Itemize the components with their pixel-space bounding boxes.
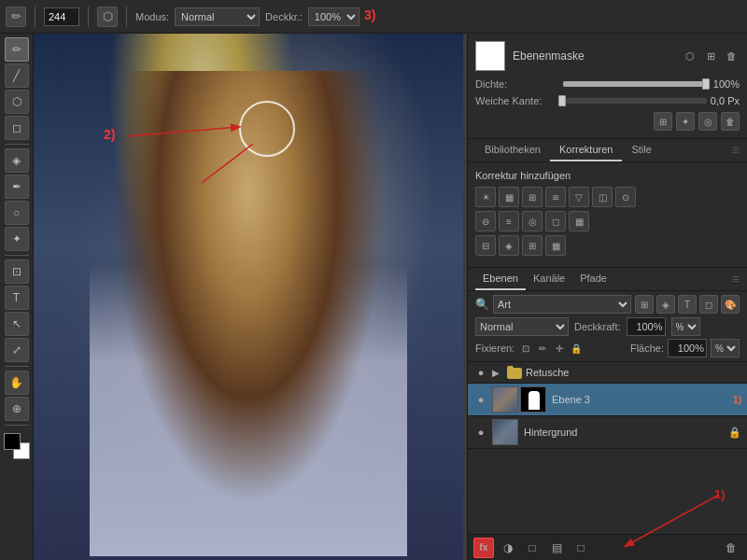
brush-size-input[interactable]: 244: [44, 7, 79, 26]
ebenen-controls: 🔍 Art ⊞ ◈ T ◻ 🎨 Normal Multip: [468, 291, 747, 362]
toolbar-separator3: [126, 7, 127, 27]
mask-settings-btn[interactable]: ⬡: [682, 48, 698, 64]
eraser-tool-btn[interactable]: ◻: [5, 116, 29, 140]
layer-row-ebene3[interactable]: ● Ebene 3 1): [468, 384, 747, 416]
layer-vis-ebene3[interactable]: ●: [473, 394, 488, 405]
korr-icon-hsl[interactable]: ⊙: [615, 187, 636, 207]
brush-tool-btn[interactable]: ✏: [5, 37, 29, 62]
tab-bibliotheken[interactable]: Bibliotheken: [475, 139, 550, 161]
deckkkraft-input[interactable]: 100%: [627, 317, 666, 336]
pencil-tool-btn[interactable]: ╱: [5, 63, 29, 88]
layer-mask-thumb-ebene3[interactable]: [520, 386, 546, 413]
dichte-thumb[interactable]: [702, 78, 710, 90]
korr-icon-photo[interactable]: ◎: [522, 211, 543, 231]
flache-input[interactable]: 100%: [668, 339, 707, 357]
filter-row: 🔍 Art ⊞ ◈ T ◻ 🎨: [475, 295, 740, 314]
zoom-tool-btn[interactable]: ⊕: [5, 397, 29, 421]
person-silhouette: [90, 71, 407, 556]
korr-icon-colorbalance[interactable]: ⊖: [475, 211, 496, 231]
mask-btn-3[interactable]: ◎: [698, 112, 717, 131]
layer-row-hintergrund[interactable]: ● Hintergrund 🔒: [468, 416, 747, 449]
korr-icon-brightness[interactable]: ☀: [475, 187, 496, 207]
mask-delete-btn[interactable]: 🗑: [723, 48, 740, 64]
deckkkraft-unit[interactable]: %: [671, 317, 700, 336]
korr-icons-row3: ⊟ ◈ ⊞ ▦: [475, 235, 740, 256]
tab-kanaele[interactable]: Kanäle: [526, 268, 572, 290]
right-panel: Ebenenmaske ⬡ ⊞ 🗑 Dichte: 100% Weiche Ka…: [467, 34, 747, 560]
korr-icon-gradient[interactable]: ▽: [569, 187, 589, 207]
fix-lock-paint[interactable]: ✏: [535, 341, 550, 356]
mask-link-btn[interactable]: ⊞: [702, 48, 719, 64]
text-tool-btn[interactable]: T: [5, 286, 29, 310]
mask-header: Ebenenmaske ⬡ ⊞ 🗑: [475, 41, 740, 71]
korr-icon-bw[interactable]: ≡: [499, 211, 519, 231]
dichte-slider[interactable]: [563, 81, 710, 87]
fixieren-label: Fixieren:: [475, 343, 514, 354]
pen-tool-btn[interactable]: ✒: [5, 175, 29, 199]
blend-mode-select[interactable]: Normal Multiplizieren: [475, 317, 569, 336]
korr-icon-selective[interactable]: ▦: [545, 235, 566, 256]
delete-layer-button[interactable]: 🗑: [721, 538, 741, 558]
group-button[interactable]: ▤: [546, 538, 567, 558]
tab-pfade[interactable]: Pfade: [572, 268, 614, 290]
new-layer-button[interactable]: □: [571, 538, 591, 558]
korr-icon-threshold[interactable]: ◈: [499, 235, 519, 256]
korr-icons-row1: ☀ ▦ ⊞ ≋ ▽ ◫ ⊙: [475, 187, 740, 207]
weiche-label: Weiche Kante:: [475, 95, 559, 106]
layer-group-retusche[interactable]: ● ▶ Retusche: [468, 362, 747, 384]
fix-lock-all[interactable]: 🔒: [569, 341, 584, 356]
hand-tool-btn[interactable]: ✋: [5, 371, 29, 395]
korr-icon-levels[interactable]: ▦: [499, 187, 519, 207]
mask-btn-1[interactable]: ⊞: [654, 112, 672, 131]
tab-korrekturen[interactable]: Korrekturen: [550, 139, 622, 161]
lasso-tool-btn[interactable]: ○: [5, 201, 29, 225]
filter-icon5[interactable]: 🎨: [721, 295, 740, 314]
mask-button[interactable]: □: [522, 538, 543, 558]
korr-icon-vibrance[interactable]: ◫: [592, 187, 613, 207]
select-tool-btn[interactable]: ↖: [5, 312, 29, 336]
weiche-thumb[interactable]: [558, 95, 566, 106]
ebenen-tab-menu[interactable]: ≡: [732, 272, 740, 287]
filter-icons: ⊞ ◈ T ◻ 🎨: [635, 295, 740, 314]
deckk-select[interactable]: 100% 50% 75%: [308, 7, 359, 26]
filter-icon1[interactable]: ⊞: [635, 295, 654, 314]
korr-title: Korrektur hinzufügen: [475, 170, 740, 181]
layer-vis-hintergrund[interactable]: ●: [473, 427, 488, 438]
panel-tab-close[interactable]: ≡: [732, 143, 740, 158]
layer-expand-retusche[interactable]: ▶: [492, 368, 505, 378]
layer-vis-retusche[interactable]: ●: [473, 367, 488, 378]
flache-unit[interactable]: %: [711, 339, 740, 357]
brush-icon[interactable]: ✏: [6, 7, 26, 27]
eye-tool-btn[interactable]: ◈: [5, 148, 29, 173]
mask-btn-row: ⊞ ✦ ◎ 🗑: [475, 112, 740, 131]
crop-tool-btn[interactable]: ⊡: [5, 259, 29, 284]
korr-icon-channel[interactable]: ◻: [545, 211, 566, 231]
tab-ebenen[interactable]: Ebenen: [475, 268, 526, 290]
filter-icon4[interactable]: ◻: [699, 295, 718, 314]
korr-icon-exposure[interactable]: ≋: [545, 187, 566, 207]
filter-select[interactable]: Art: [493, 295, 631, 314]
brush-hardness-icon[interactable]: ⬡: [97, 7, 118, 27]
weiche-slider[interactable]: [563, 98, 707, 104]
magic-wand-tool-btn[interactable]: ✦: [5, 227, 29, 251]
korr-icon-curves[interactable]: ⊞: [522, 187, 543, 207]
korr-icon-posterize[interactable]: ⊟: [475, 235, 496, 256]
color-swatches[interactable]: [4, 433, 30, 459]
transform-tool-btn[interactable]: ⤢: [5, 338, 29, 362]
foreground-color-swatch[interactable]: [4, 433, 21, 450]
filter-icon2[interactable]: ◈: [656, 295, 675, 314]
dichte-value: 100%: [713, 78, 740, 90]
filter-icon3[interactable]: T: [678, 295, 697, 314]
fix-lock-move[interactable]: ✛: [552, 341, 567, 356]
stamp-tool-btn[interactable]: ⬡: [5, 90, 29, 114]
canvas-area[interactable]: 2): [34, 34, 467, 560]
modus-select[interactable]: Normal Multiplizieren Bildschirm: [175, 7, 260, 26]
adjustment-layer-button[interactable]: ◑: [498, 538, 518, 558]
fx-button[interactable]: fx: [473, 538, 494, 558]
mask-btn-2[interactable]: ✦: [676, 112, 695, 131]
fix-lock-transparent[interactable]: ⊡: [518, 341, 533, 356]
mask-btn-4[interactable]: 🗑: [721, 112, 740, 131]
korr-icon-invert[interactable]: ▦: [569, 211, 589, 231]
korr-icon-gradient2[interactable]: ⊞: [522, 235, 543, 256]
tab-stile[interactable]: Stile: [622, 139, 660, 161]
